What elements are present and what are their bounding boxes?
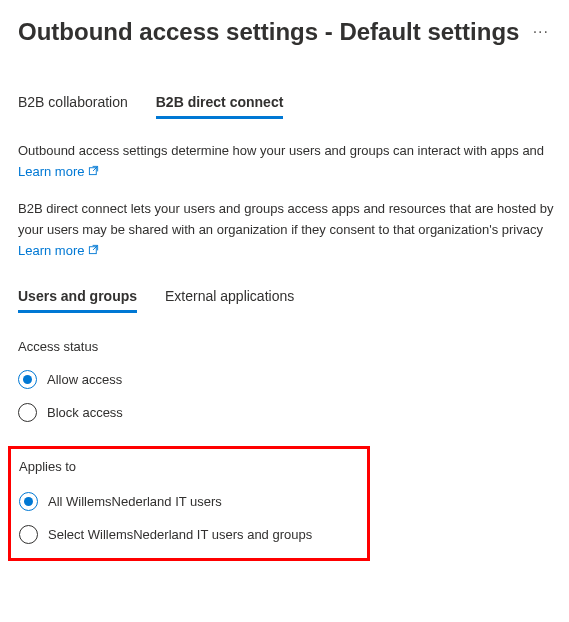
radio-label: All WillemsNederland IT users — [48, 494, 222, 509]
radio-icon — [18, 370, 37, 389]
radio-label: Allow access — [47, 372, 122, 387]
description-text-2b: your users may be shared with an organiz… — [18, 220, 569, 240]
learn-more-label: Learn more — [18, 164, 84, 179]
tab-b2b-collaboration[interactable]: B2B collaboration — [18, 94, 128, 119]
radio-allow-access[interactable]: Allow access — [18, 370, 569, 389]
external-link-icon — [88, 164, 99, 179]
page-title: Outbound access settings - Default setti… — [18, 18, 519, 46]
sub-tabs: Users and groups External applications — [18, 288, 569, 313]
applies-to-radio-group: All WillemsNederland IT users Select Wil… — [19, 492, 359, 544]
radio-label: Block access — [47, 405, 123, 420]
access-status-label: Access status — [18, 339, 569, 354]
radio-all-users[interactable]: All WillemsNederland IT users — [19, 492, 359, 511]
learn-more-link-1[interactable]: Learn more — [18, 164, 99, 179]
description-text-2a: B2B direct connect lets your users and g… — [18, 199, 569, 219]
learn-more-label: Learn more — [18, 243, 84, 258]
applies-to-highlight-box: Applies to All WillemsNederland IT users… — [8, 446, 370, 561]
radio-icon — [19, 525, 38, 544]
more-options-icon[interactable]: ··· — [533, 23, 549, 41]
main-tabs: B2B collaboration B2B direct connect — [18, 94, 569, 119]
subtab-users-groups[interactable]: Users and groups — [18, 288, 137, 313]
radio-select-users[interactable]: Select WillemsNederland IT users and gro… — [19, 525, 359, 544]
radio-label: Select WillemsNederland IT users and gro… — [48, 527, 312, 542]
radio-icon — [19, 492, 38, 511]
radio-icon — [18, 403, 37, 422]
description-text-1: Outbound access settings determine how y… — [18, 141, 569, 161]
subtab-external-applications[interactable]: External applications — [165, 288, 294, 313]
external-link-icon — [88, 243, 99, 258]
applies-to-label: Applies to — [19, 459, 359, 474]
radio-block-access[interactable]: Block access — [18, 403, 569, 422]
learn-more-link-2[interactable]: Learn more — [18, 243, 99, 258]
access-status-radio-group: Allow access Block access — [18, 370, 569, 422]
tab-b2b-direct-connect[interactable]: B2B direct connect — [156, 94, 284, 119]
